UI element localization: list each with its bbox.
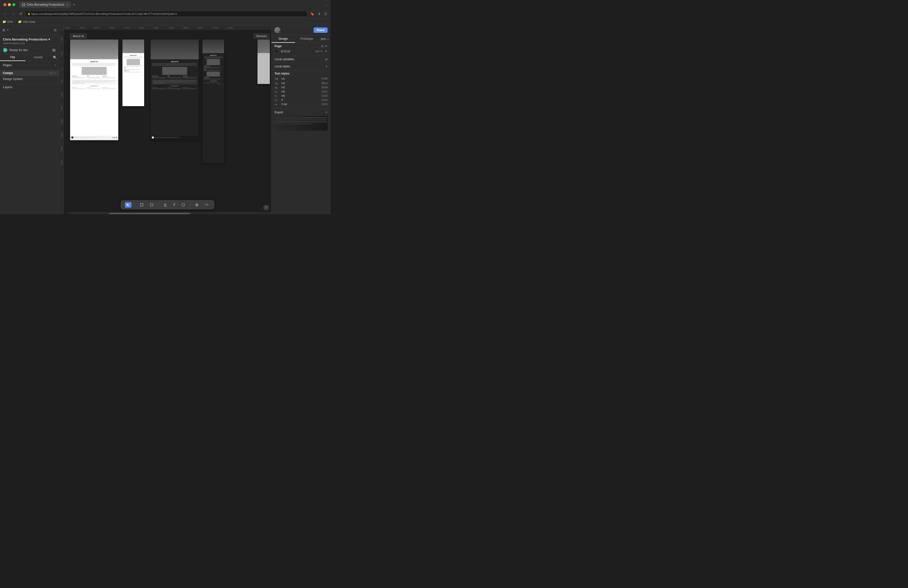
bottom-toolbar: T </>	[121, 200, 214, 209]
maximize-button[interactable]	[12, 3, 15, 6]
preview-strips	[275, 116, 328, 126]
footer-icon-3	[116, 137, 117, 138]
tab-design[interactable]: Design	[272, 35, 295, 43]
grid-tool-button[interactable]: ⊞	[2, 28, 5, 32]
frame-mobile-light-inner: About Us	[122, 40, 144, 106]
page-visibility-toggle[interactable]: 👁	[325, 50, 328, 53]
mid-image-2-dark	[207, 72, 220, 77]
ts-h2-icon: Ag	[275, 82, 280, 85]
tech-label-dark: TECHNOLOGY	[204, 77, 223, 78]
share-nav-icon[interactable]: ⬆	[317, 11, 322, 16]
help-button[interactable]: ?	[263, 205, 269, 210]
comps-header[interactable]: Comps ◷ ⋯	[0, 70, 59, 76]
ready-for-dev-row[interactable]: R Ready for dev 1	[0, 47, 59, 54]
hero-dark	[151, 40, 199, 59]
add-export-button[interactable]: +	[325, 110, 328, 114]
quote-box-dark: Chris Berneking - Founder Producer	[152, 79, 197, 84]
scrollbar-thumb[interactable]	[109, 213, 190, 214]
ts-h5: Ag H5 24/32	[275, 90, 328, 93]
pages-header[interactable]: Pages +	[0, 62, 59, 68]
shape-tool-button[interactable]	[148, 202, 155, 208]
avatar-container: ▾	[275, 27, 280, 33]
sidebar-toolbar: ⊞ ▾ ⊟	[0, 25, 59, 35]
page-grid-icon[interactable]: ⊞	[321, 44, 324, 48]
url-bar[interactable]: 🔒 figma.com/design/ctHnvQal8pCWNQvbciIFC…	[25, 11, 307, 17]
frame-dark-content: About Us STORY TELLI	[151, 59, 199, 136]
text-tool-button[interactable]: T	[172, 202, 177, 208]
add-local-style-button[interactable]: +	[325, 64, 328, 69]
frame-about-mobile-dark[interactable]: About - M... About Us	[203, 40, 224, 163]
project-name[interactable]: Chris Berneking Productions ▾	[3, 37, 56, 41]
comps-view-toggle[interactable]: ◷	[50, 71, 52, 75]
close-button[interactable]	[3, 3, 6, 6]
tab-file[interactable]: File	[0, 54, 26, 61]
bookmark-icon[interactable]: 🔖	[309, 11, 316, 16]
local-styles-section: Local styles +	[272, 63, 330, 70]
frame-services-partial[interactable]: Servi...	[258, 40, 270, 84]
menu-icon[interactable]: ☰	[323, 11, 328, 16]
rs-page-section: Page ⊞ 👁 1E1E1E 100 % 👁	[272, 43, 330, 56]
pen-tool-button[interactable]	[162, 202, 168, 208]
ruler-tick-8500: 8500	[197, 25, 212, 29]
zoom-value: 18%	[320, 37, 326, 40]
canvas-horizontal-scrollbar[interactable]	[68, 212, 271, 214]
tab-assets[interactable]: Assets	[26, 54, 51, 61]
comment-tool-button[interactable]	[180, 202, 187, 208]
mid-image-dark	[162, 67, 187, 75]
frame-tool-button[interactable]	[138, 202, 145, 208]
back-button[interactable]: ←	[2, 11, 8, 17]
local-variables-action[interactable]: ⊞	[325, 58, 328, 61]
ts-p-alt-icon: Ag	[275, 103, 280, 105]
footer-text-dark	[155, 137, 198, 138]
comps-more[interactable]: ⋯	[53, 71, 56, 75]
breadcrumb-gra[interactable]: 📁 GRA	[2, 20, 13, 23]
refresh-button[interactable]: ↺	[18, 11, 24, 17]
minimize-button[interactable]	[8, 3, 11, 6]
page-color-row: 1E1E1E 100 % 👁	[275, 49, 328, 53]
new-tab-button[interactable]: +	[72, 2, 76, 7]
tab-prototype[interactable]: Prototype	[295, 35, 319, 43]
ts-h2: Ag H2 48/64	[275, 82, 328, 85]
chevron-down-icon[interactable]: ⌄	[325, 3, 327, 6]
footer-icon-2	[114, 137, 115, 138]
traffic-lights	[3, 3, 15, 6]
code-tool-button[interactable]: </>	[204, 202, 210, 207]
sidebar-item-design-system[interactable]: Design System	[0, 76, 59, 82]
frame-about-desktop-dark[interactable]: About - Desktop Dark About Us	[151, 40, 199, 140]
text-block-dark	[152, 63, 197, 66]
about-us-section-label: About Us	[70, 34, 87, 39]
local-variables-section[interactable]: Local variables ⊞	[272, 56, 330, 63]
window-controls-right: ⌄	[325, 3, 327, 6]
share-button[interactable]: Share	[314, 27, 328, 33]
page-eye-icon[interactable]: 👁	[325, 44, 328, 48]
footer-content	[70, 136, 118, 139]
add-page-button[interactable]: +	[54, 63, 56, 67]
frame-dark-footer	[151, 136, 199, 140]
local-styles-header[interactable]: Local styles +	[275, 64, 328, 69]
folder-icon-2: 📁	[18, 20, 22, 23]
search-button[interactable]: 🔍	[53, 56, 57, 60]
frame-about-mobile-light[interactable]: About - M... About Us	[122, 40, 144, 106]
breadcrumb-utah[interactable]: 📁 Utah State	[18, 20, 35, 23]
chevron-down-zoom[interactable]: ▾	[327, 38, 328, 40]
quote-box-light: Chris Berneking - Founder Producer	[72, 79, 117, 84]
select-tool-button[interactable]	[125, 202, 131, 208]
ts-h6-icon: Ag	[275, 95, 280, 97]
canvas-content[interactable]: About Us Services About - Desktop Light	[64, 30, 271, 214]
footer-logo	[71, 137, 73, 139]
forward-button[interactable]: →	[10, 11, 16, 17]
active-tab[interactable]: Chris Berneking Productions ✕	[19, 2, 71, 8]
ts-p-alt: Ag P Alt 16/24	[275, 103, 328, 106]
quote-author: Chris Berneking - Founder Producer	[72, 83, 116, 84]
sidebar-toggle-button[interactable]: ⊟	[54, 28, 56, 32]
footer-icons	[112, 137, 117, 138]
canvas-area[interactable]: 4000 4500 5000 5500 6000 6500 7000 7500 …	[59, 25, 271, 214]
tab-close-icon[interactable]: ✕	[67, 3, 69, 6]
layers-section-header[interactable]: Layers	[0, 84, 59, 90]
tool-separator-3	[190, 203, 190, 207]
frame-about-desktop-light[interactable]: About - Desktop Light About Us	[70, 40, 118, 140]
page-color-swatch[interactable]	[275, 49, 279, 53]
sidebar-tabs: File Assets 🔍	[0, 54, 59, 61]
components-tool-button[interactable]	[194, 202, 200, 208]
quote-author-dark: Chris Berneking - Founder Producer	[153, 83, 196, 84]
